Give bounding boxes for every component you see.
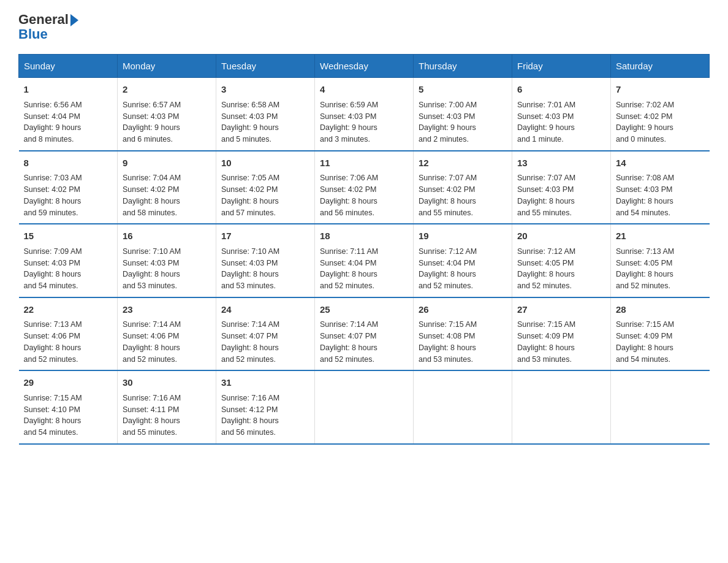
day-number: 2 xyxy=(123,83,211,97)
day-info: Sunrise: 7:15 AM Sunset: 4:10 PM Dayligh… xyxy=(24,393,113,439)
logo-general-text: General xyxy=(18,12,69,27)
calendar-day-cell: 17Sunrise: 7:10 AM Sunset: 4:03 PM Dayli… xyxy=(216,224,315,297)
day-info: Sunrise: 7:09 AM Sunset: 4:03 PM Dayligh… xyxy=(24,246,113,292)
calendar-week-row: 29Sunrise: 7:15 AM Sunset: 4:10 PM Dayli… xyxy=(19,370,710,444)
day-number: 15 xyxy=(24,229,113,243)
calendar-week-row: 8Sunrise: 7:03 AM Sunset: 4:02 PM Daylig… xyxy=(19,151,710,224)
day-info: Sunrise: 7:15 AM Sunset: 4:09 PM Dayligh… xyxy=(517,319,605,365)
calendar-body: 1Sunrise: 6:56 AM Sunset: 4:04 PM Daylig… xyxy=(19,78,710,444)
day-number: 23 xyxy=(123,303,211,317)
day-number: 6 xyxy=(517,83,605,97)
logo: General Blue xyxy=(18,12,78,42)
calendar-week-row: 22Sunrise: 7:13 AM Sunset: 4:06 PM Dayli… xyxy=(19,297,710,371)
day-number: 8 xyxy=(24,156,113,170)
calendar-day-cell: 22Sunrise: 7:13 AM Sunset: 4:06 PM Dayli… xyxy=(19,297,118,371)
day-info: Sunrise: 7:03 AM Sunset: 4:02 PM Dayligh… xyxy=(24,172,113,218)
calendar-day-cell: 5Sunrise: 7:00 AM Sunset: 4:03 PM Daylig… xyxy=(414,78,512,151)
day-number: 7 xyxy=(616,83,705,97)
calendar-day-cell: 20Sunrise: 7:12 AM Sunset: 4:05 PM Dayli… xyxy=(512,224,611,297)
page-header: General Blue xyxy=(18,12,710,42)
calendar-day-cell: 13Sunrise: 7:07 AM Sunset: 4:03 PM Dayli… xyxy=(512,151,611,224)
day-number: 27 xyxy=(517,303,605,317)
day-info: Sunrise: 7:00 AM Sunset: 4:03 PM Dayligh… xyxy=(419,99,507,145)
day-info: Sunrise: 7:16 AM Sunset: 4:12 PM Dayligh… xyxy=(221,393,309,439)
calendar-day-cell: 23Sunrise: 7:14 AM Sunset: 4:06 PM Dayli… xyxy=(118,297,216,371)
day-info: Sunrise: 7:12 AM Sunset: 4:05 PM Dayligh… xyxy=(517,246,605,292)
day-number: 3 xyxy=(221,83,309,97)
calendar-day-cell: 6Sunrise: 7:01 AM Sunset: 4:03 PM Daylig… xyxy=(512,78,611,151)
calendar-day-cell: 14Sunrise: 7:08 AM Sunset: 4:03 PM Dayli… xyxy=(611,151,710,224)
day-number: 5 xyxy=(419,83,507,97)
day-number: 20 xyxy=(517,229,605,243)
day-info: Sunrise: 7:01 AM Sunset: 4:03 PM Dayligh… xyxy=(517,99,605,145)
day-number: 24 xyxy=(221,303,309,317)
calendar-day-cell xyxy=(611,370,710,444)
calendar-day-cell: 21Sunrise: 7:13 AM Sunset: 4:05 PM Dayli… xyxy=(611,224,710,297)
day-info: Sunrise: 7:13 AM Sunset: 4:06 PM Dayligh… xyxy=(24,319,113,365)
day-info: Sunrise: 6:57 AM Sunset: 4:03 PM Dayligh… xyxy=(123,99,211,145)
day-info: Sunrise: 7:14 AM Sunset: 4:06 PM Dayligh… xyxy=(123,319,211,365)
day-info: Sunrise: 7:13 AM Sunset: 4:05 PM Dayligh… xyxy=(616,246,705,292)
day-info: Sunrise: 7:04 AM Sunset: 4:02 PM Dayligh… xyxy=(123,172,211,218)
day-number: 28 xyxy=(616,303,705,317)
calendar-day-cell: 19Sunrise: 7:12 AM Sunset: 4:04 PM Dayli… xyxy=(414,224,512,297)
day-number: 31 xyxy=(221,376,309,390)
day-info: Sunrise: 7:07 AM Sunset: 4:03 PM Dayligh… xyxy=(517,172,605,218)
day-number: 22 xyxy=(24,303,113,317)
calendar-day-cell: 26Sunrise: 7:15 AM Sunset: 4:08 PM Dayli… xyxy=(414,297,512,371)
calendar-day-cell: 25Sunrise: 7:14 AM Sunset: 4:07 PM Dayli… xyxy=(315,297,414,371)
calendar-header: SundayMondayTuesdayWednesdayThursdayFrid… xyxy=(19,55,710,78)
day-number: 16 xyxy=(123,229,211,243)
weekday-header-thursday: Thursday xyxy=(414,55,512,78)
day-number: 25 xyxy=(320,303,408,317)
day-number: 14 xyxy=(616,156,705,170)
day-info: Sunrise: 7:16 AM Sunset: 4:11 PM Dayligh… xyxy=(123,393,211,439)
day-number: 17 xyxy=(221,229,309,243)
day-number: 30 xyxy=(123,376,211,390)
calendar-day-cell: 27Sunrise: 7:15 AM Sunset: 4:09 PM Dayli… xyxy=(512,297,611,371)
calendar-day-cell: 12Sunrise: 7:07 AM Sunset: 4:02 PM Dayli… xyxy=(414,151,512,224)
calendar-day-cell: 29Sunrise: 7:15 AM Sunset: 4:10 PM Dayli… xyxy=(19,370,118,444)
calendar-day-cell: 3Sunrise: 6:58 AM Sunset: 4:03 PM Daylig… xyxy=(216,78,315,151)
calendar-day-cell: 28Sunrise: 7:15 AM Sunset: 4:09 PM Dayli… xyxy=(611,297,710,371)
day-info: Sunrise: 7:02 AM Sunset: 4:02 PM Dayligh… xyxy=(616,99,705,145)
weekday-header-monday: Monday xyxy=(118,55,216,78)
calendar-day-cell: 30Sunrise: 7:16 AM Sunset: 4:11 PM Dayli… xyxy=(118,370,216,444)
calendar-day-cell: 31Sunrise: 7:16 AM Sunset: 4:12 PM Dayli… xyxy=(216,370,315,444)
day-info: Sunrise: 7:14 AM Sunset: 4:07 PM Dayligh… xyxy=(221,319,309,365)
weekday-header-friday: Friday xyxy=(512,55,611,78)
day-info: Sunrise: 7:15 AM Sunset: 4:09 PM Dayligh… xyxy=(616,319,705,365)
day-number: 13 xyxy=(517,156,605,170)
weekday-header-row: SundayMondayTuesdayWednesdayThursdayFrid… xyxy=(19,55,710,78)
day-number: 18 xyxy=(320,229,408,243)
calendar-day-cell: 18Sunrise: 7:11 AM Sunset: 4:04 PM Dayli… xyxy=(315,224,414,297)
calendar-week-row: 1Sunrise: 6:56 AM Sunset: 4:04 PM Daylig… xyxy=(19,78,710,151)
day-number: 21 xyxy=(616,229,705,243)
calendar-day-cell xyxy=(414,370,512,444)
day-info: Sunrise: 7:12 AM Sunset: 4:04 PM Dayligh… xyxy=(419,246,507,292)
day-number: 9 xyxy=(123,156,211,170)
day-info: Sunrise: 6:58 AM Sunset: 4:03 PM Dayligh… xyxy=(221,99,309,145)
calendar-day-cell: 1Sunrise: 6:56 AM Sunset: 4:04 PM Daylig… xyxy=(19,78,118,151)
day-number: 4 xyxy=(320,83,408,97)
day-info: Sunrise: 7:06 AM Sunset: 4:02 PM Dayligh… xyxy=(320,172,408,218)
day-number: 19 xyxy=(419,229,507,243)
calendar-day-cell: 8Sunrise: 7:03 AM Sunset: 4:02 PM Daylig… xyxy=(19,151,118,224)
calendar-day-cell: 16Sunrise: 7:10 AM Sunset: 4:03 PM Dayli… xyxy=(118,224,216,297)
day-number: 26 xyxy=(419,303,507,317)
calendar-day-cell: 10Sunrise: 7:05 AM Sunset: 4:02 PM Dayli… xyxy=(216,151,315,224)
calendar-day-cell: 7Sunrise: 7:02 AM Sunset: 4:02 PM Daylig… xyxy=(611,78,710,151)
day-info: Sunrise: 7:15 AM Sunset: 4:08 PM Dayligh… xyxy=(419,319,507,365)
calendar-day-cell: 9Sunrise: 7:04 AM Sunset: 4:02 PM Daylig… xyxy=(118,151,216,224)
day-number: 11 xyxy=(320,156,408,170)
calendar-day-cell xyxy=(315,370,414,444)
calendar-table: SundayMondayTuesdayWednesdayThursdayFrid… xyxy=(18,54,710,445)
day-info: Sunrise: 6:56 AM Sunset: 4:04 PM Dayligh… xyxy=(24,99,113,145)
weekday-header-tuesday: Tuesday xyxy=(216,55,315,78)
day-info: Sunrise: 7:05 AM Sunset: 4:02 PM Dayligh… xyxy=(221,172,309,218)
day-number: 10 xyxy=(221,156,309,170)
day-info: Sunrise: 7:10 AM Sunset: 4:03 PM Dayligh… xyxy=(221,246,309,292)
day-number: 12 xyxy=(419,156,507,170)
weekday-header-wednesday: Wednesday xyxy=(315,55,414,78)
logo-blue-text: Blue xyxy=(18,26,48,42)
